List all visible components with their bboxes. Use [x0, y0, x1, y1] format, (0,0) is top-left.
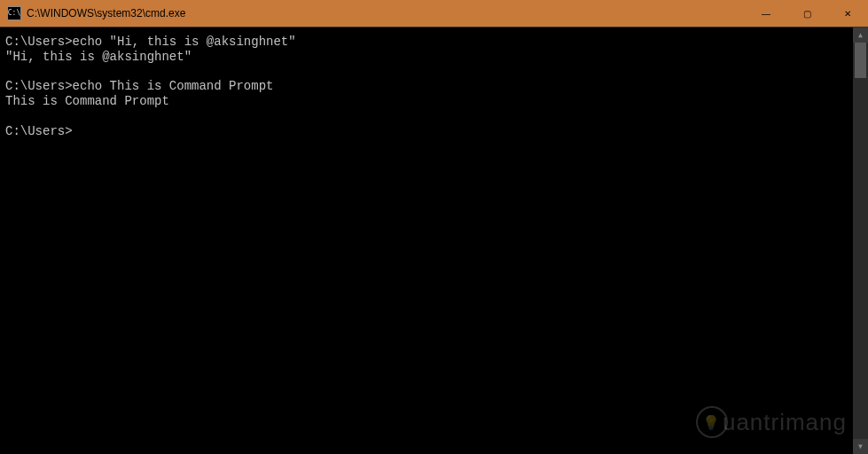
cmd-icon: C:\	[7, 6, 21, 20]
window-title: C:\WINDOWS\system32\cmd.exe	[27, 7, 746, 20]
scroll-down-button[interactable]: ▼	[853, 439, 868, 454]
vertical-scrollbar[interactable]: ▲ ▼	[853, 27, 868, 454]
titlebar[interactable]: C:\ C:\WINDOWS\system32\cmd.exe — ▢ ✕	[0, 0, 868, 27]
close-button[interactable]: ✕	[827, 0, 868, 27]
minimize-button[interactable]: —	[746, 0, 786, 27]
scrollbar-track[interactable]	[853, 43, 868, 439]
cmd-window: C:\ C:\WINDOWS\system32\cmd.exe — ▢ ✕ C:…	[0, 0, 868, 454]
terminal-container: C:\Users>echo "Hi, this is @aksinghnet" …	[0, 27, 868, 454]
scroll-up-button[interactable]: ▲	[853, 27, 868, 43]
maximize-button[interactable]: ▢	[786, 0, 827, 27]
window-controls: — ▢ ✕	[746, 0, 868, 27]
terminal-output[interactable]: C:\Users>echo "Hi, this is @aksinghnet" …	[0, 27, 853, 454]
scrollbar-thumb[interactable]	[855, 43, 866, 78]
